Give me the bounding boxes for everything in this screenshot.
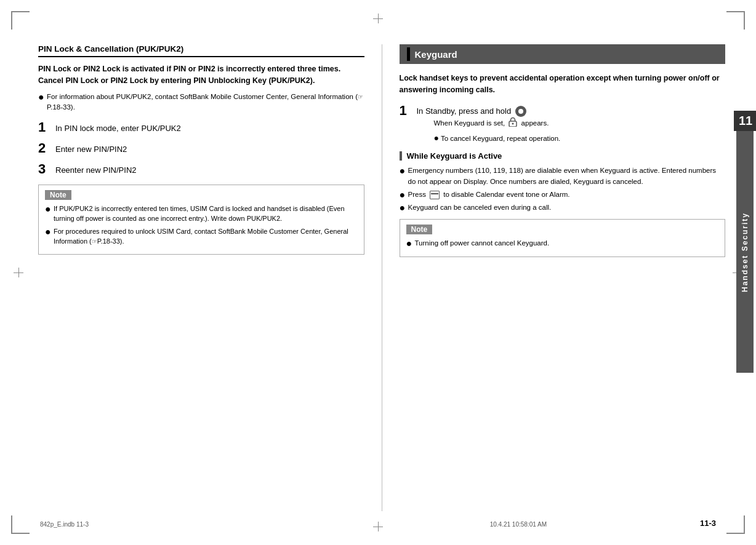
step-2: 2 Enter new PIN/PIN2 xyxy=(38,141,364,156)
while-bullet-1: ● Emergency numbers (110, 119, 118) are … xyxy=(400,165,726,187)
left-note-bullet-1: ● If PUK/PUK2 is incorrectly entered ten… xyxy=(45,204,358,224)
chapter-label: Handset Security xyxy=(736,131,754,373)
keyguard-title: Keyguard xyxy=(415,49,457,60)
right-intro: Lock handset keys to prevent accidental … xyxy=(400,73,726,96)
cross-top xyxy=(373,14,383,23)
left-section-title: PIN Lock & Cancellation (PUK/PUK2) xyxy=(38,44,364,57)
svg-point-1 xyxy=(512,123,514,125)
keyguard-header: Keyguard xyxy=(400,44,726,64)
header-bar xyxy=(407,47,410,61)
while-keyguard-header: While Keyguard is Active xyxy=(400,151,726,161)
step-1-num: 1 xyxy=(38,120,55,135)
corner-mark-br xyxy=(726,515,745,534)
footer-left: 842p_E.indb 11-3 xyxy=(40,521,89,528)
right-note-label: Note xyxy=(406,225,433,234)
press-text: Press xyxy=(408,191,426,198)
calendar-icon xyxy=(430,191,440,199)
step-3-text: Reenter new PIN/PIN2 xyxy=(55,162,137,176)
lock-icon xyxy=(509,117,517,130)
power-button-icon xyxy=(515,106,526,117)
footer-right: 10.4.21 10:58:01 AM xyxy=(490,521,547,528)
while-bullet-2: ● Press to disable Calendar event tone o… xyxy=(400,189,726,200)
page-container: 11 Handset Security PIN Lock & Cancellat… xyxy=(0,0,756,545)
bullet-dot: ● xyxy=(38,92,47,102)
right-note-box: Note ● Turning off power cannot cancel K… xyxy=(400,219,726,257)
while-keyguard-title: While Keyguard is Active xyxy=(407,151,502,161)
step-1: 1 In PIN lock mode, enter PUK/PUK2 xyxy=(38,120,364,135)
steps-container: 1 In PIN lock mode, enter PUK/PUK2 2 Ent… xyxy=(38,120,364,177)
step-2-num: 2 xyxy=(38,141,55,156)
corner-mark-tr xyxy=(726,11,745,30)
bullet-dot: ● xyxy=(400,203,408,213)
step-2-text: Enter new PIN/PIN2 xyxy=(55,141,127,155)
step-3-num: 3 xyxy=(38,162,55,177)
left-note-box: Note ● If PUK/PUK2 is incorrectly entere… xyxy=(38,185,364,255)
corner-mark-tl xyxy=(11,11,30,30)
left-note-label: Note xyxy=(45,190,71,200)
bullet-dot: ● xyxy=(400,190,408,200)
left-bullet-1: ● For information about PUK/PUK2, contac… xyxy=(38,92,364,113)
main-content: PIN Lock & Cancellation (PUK/PUK2) PIN L… xyxy=(38,44,725,511)
right-note-bullet: ● Turning off power cannot cancel Keygua… xyxy=(406,238,719,249)
bullet-dot: ● xyxy=(45,227,54,237)
step1-sub2: ● To cancel Keyguard, repeat operation. xyxy=(434,132,561,145)
bullet-dot: ● xyxy=(406,239,415,249)
bullet-dot: ● xyxy=(400,166,408,176)
right-step-1-num: 1 xyxy=(400,103,417,118)
step-1-text: In PIN lock mode, enter PUK/PUK2 xyxy=(55,120,181,134)
left-note-bullet-2: ● For procedures required to unlock USIM… xyxy=(45,226,358,247)
step-3: 3 Reenter new PIN/PIN2 xyxy=(38,162,364,177)
right-column: Keyguard Lock handset keys to prevent ac… xyxy=(382,44,726,511)
left-intro: PIN Lock or PIN2 Lock is activated if PI… xyxy=(38,63,364,87)
cross-left xyxy=(14,268,23,277)
corner-mark-bl xyxy=(11,515,30,534)
chapter-number: 11 xyxy=(734,111,756,131)
page-number: 11-3 xyxy=(700,519,716,528)
step1-text: In Standby, press and hold xyxy=(417,106,512,116)
step1-sub1: When Keyguard is set, appears. xyxy=(434,117,561,130)
right-step-1: 1 In Standby, press and hold When Keygua… xyxy=(400,103,726,147)
while-bullet-3: ● Keyguard can be canceled even during a… xyxy=(400,202,726,213)
left-column: PIN Lock & Cancellation (PUK/PUK2) PIN L… xyxy=(38,44,382,511)
cross-bottom xyxy=(373,522,383,531)
bullet-dot: ● xyxy=(45,204,54,214)
